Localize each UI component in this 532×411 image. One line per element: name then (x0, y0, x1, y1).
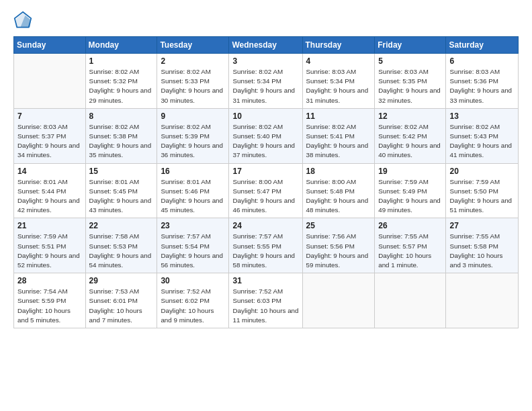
sunrise-text: Sunrise: 8:03 AM (306, 68, 357, 75)
cell-info: Sunrise: 8:02 AMSunset: 5:40 PMDaylight:… (232, 122, 298, 161)
cell-day-number: 21 (17, 221, 82, 230)
cell-day-number: 24 (232, 221, 298, 230)
daylight-text: Daylight: 9 hours and 36 minutes. (161, 142, 223, 158)
daylight-text: Daylight: 9 hours and 37 minutes. (232, 142, 295, 158)
cell-day-number: 5 (378, 56, 442, 66)
sunrise-text: Sunrise: 8:02 AM (232, 68, 283, 75)
daylight-text: Daylight: 10 hours and 3 minutes. (449, 252, 502, 269)
calendar-cell: 28Sunrise: 7:54 AMSunset: 5:59 PMDayligh… (14, 273, 86, 328)
sunrise-text: Sunrise: 7:57 AM (232, 232, 283, 240)
cell-info: Sunrise: 8:03 AMSunset: 5:34 PMDaylight:… (306, 67, 371, 105)
cell-day-number: 4 (306, 56, 371, 66)
cell-info: Sunrise: 8:02 AMSunset: 5:42 PMDaylight:… (378, 122, 442, 161)
cell-info: Sunrise: 7:55 AMSunset: 5:58 PMDaylight:… (449, 232, 515, 270)
cell-info: Sunrise: 8:03 AMSunset: 5:35 PMDaylight:… (378, 67, 442, 105)
daylight-text: Daylight: 9 hours and 33 minutes. (449, 87, 512, 103)
day-of-week-header: Thursday (302, 37, 375, 54)
logo-icon (13, 11, 32, 30)
header (13, 11, 519, 30)
daylight-text: Daylight: 9 hours and 29 minutes. (89, 87, 152, 103)
cell-info: Sunrise: 8:02 AMSunset: 5:43 PMDaylight:… (449, 122, 515, 161)
daylight-text: Daylight: 9 hours and 43 minutes. (89, 197, 152, 214)
calendar-cell: 13Sunrise: 8:02 AMSunset: 5:43 PMDayligh… (446, 108, 519, 163)
cell-info: Sunrise: 7:55 AMSunset: 5:57 PMDaylight:… (378, 232, 442, 270)
daylight-text: Daylight: 9 hours and 40 minutes. (378, 142, 441, 158)
sunrise-text: Sunrise: 7:52 AM (161, 287, 211, 295)
sunrise-text: Sunrise: 8:03 AM (449, 68, 500, 75)
sunset-text: Sunset: 5:41 PM (306, 132, 355, 140)
sunset-text: Sunset: 5:55 PM (232, 242, 281, 250)
cell-info: Sunrise: 8:01 AMSunset: 5:44 PMDaylight:… (17, 177, 82, 216)
daylight-text: Daylight: 10 hours and 7 minutes. (89, 307, 142, 324)
calendar-cell: 11Sunrise: 8:02 AMSunset: 5:41 PMDayligh… (302, 108, 375, 163)
sunset-text: Sunset: 6:02 PM (161, 297, 209, 304)
sunset-text: Sunset: 5:44 PM (17, 187, 66, 195)
calendar-cell: 15Sunrise: 8:01 AMSunset: 5:45 PMDayligh… (85, 163, 157, 218)
day-of-week-header: Saturday (446, 37, 519, 54)
calendar-cell: 7Sunrise: 8:03 AMSunset: 5:37 PMDaylight… (14, 108, 86, 163)
daylight-text: Daylight: 9 hours and 35 minutes. (89, 142, 152, 158)
sunrise-text: Sunrise: 8:03 AM (378, 68, 429, 75)
sunrise-text: Sunrise: 8:00 AM (306, 178, 357, 185)
cell-day-number: 10 (232, 111, 298, 121)
day-of-week-header: Wednesday (229, 37, 302, 54)
cell-day-number: 25 (306, 221, 371, 230)
sunrise-text: Sunrise: 8:02 AM (161, 123, 211, 130)
sunrise-text: Sunrise: 7:59 AM (17, 232, 68, 240)
daylight-text: Daylight: 9 hours and 56 minutes. (161, 252, 223, 269)
daylight-text: Daylight: 9 hours and 31 minutes. (306, 87, 369, 103)
calendar-week-row: 7Sunrise: 8:03 AMSunset: 5:37 PMDaylight… (14, 108, 519, 163)
daylight-text: Daylight: 10 hours and 5 minutes. (17, 307, 71, 324)
cell-day-number: 17 (232, 167, 298, 176)
sunset-text: Sunset: 5:34 PM (232, 77, 281, 85)
day-of-week-header: Tuesday (157, 37, 229, 54)
calendar-cell: 21Sunrise: 7:59 AMSunset: 5:51 PMDayligh… (14, 218, 86, 273)
sunrise-text: Sunrise: 8:01 AM (161, 178, 211, 185)
sunset-text: Sunset: 5:48 PM (306, 187, 355, 195)
sunset-text: Sunset: 5:59 PM (17, 297, 66, 304)
sunset-text: Sunset: 5:39 PM (161, 132, 209, 140)
cell-info: Sunrise: 7:52 AMSunset: 6:02 PMDaylight:… (161, 287, 225, 325)
calendar-cell: 17Sunrise: 8:00 AMSunset: 5:47 PMDayligh… (229, 163, 302, 218)
sunset-text: Sunset: 5:33 PM (161, 77, 209, 85)
cell-day-number: 11 (306, 111, 371, 121)
calendar-week-row: 28Sunrise: 7:54 AMSunset: 5:59 PMDayligh… (14, 273, 519, 328)
daylight-text: Daylight: 10 hours and 9 minutes. (161, 307, 214, 324)
daylight-text: Daylight: 9 hours and 42 minutes. (17, 197, 80, 214)
daylight-text: Daylight: 9 hours and 58 minutes. (232, 252, 295, 269)
sunrise-text: Sunrise: 8:02 AM (378, 123, 429, 130)
daylight-text: Daylight: 9 hours and 31 minutes. (232, 87, 295, 103)
sunrise-text: Sunrise: 8:02 AM (232, 123, 283, 130)
cell-day-number: 31 (232, 276, 298, 285)
sunrise-text: Sunrise: 7:55 AM (449, 232, 500, 240)
day-of-week-header: Sunday (14, 37, 86, 54)
cell-day-number: 30 (161, 276, 225, 285)
cell-info: Sunrise: 8:02 AMSunset: 5:41 PMDaylight:… (306, 122, 371, 161)
cell-day-number: 12 (378, 111, 442, 121)
calendar-cell: 5Sunrise: 8:03 AMSunset: 5:35 PMDaylight… (375, 54, 446, 109)
cell-day-number: 2 (161, 56, 225, 66)
calendar-cell: 9Sunrise: 8:02 AMSunset: 5:39 PMDaylight… (157, 108, 229, 163)
daylight-text: Daylight: 9 hours and 45 minutes. (161, 197, 223, 214)
calendar-cell: 3Sunrise: 8:02 AMSunset: 5:34 PMDaylight… (229, 54, 302, 109)
calendar-cell: 14Sunrise: 8:01 AMSunset: 5:44 PMDayligh… (14, 163, 86, 218)
sunset-text: Sunset: 5:53 PM (89, 242, 138, 250)
sunset-text: Sunset: 5:45 PM (89, 187, 138, 195)
sunrise-text: Sunrise: 7:59 AM (449, 178, 500, 185)
sunrise-text: Sunrise: 8:00 AM (232, 178, 283, 185)
cell-day-number: 7 (17, 111, 82, 121)
day-of-week-header: Monday (85, 37, 157, 54)
calendar-week-row: 14Sunrise: 8:01 AMSunset: 5:44 PMDayligh… (14, 163, 519, 218)
daylight-text: Daylight: 9 hours and 49 minutes. (378, 197, 441, 214)
calendar-week-row: 1Sunrise: 8:02 AMSunset: 5:32 PMDaylight… (14, 54, 519, 109)
sunset-text: Sunset: 5:37 PM (17, 132, 66, 140)
cell-day-number: 20 (449, 167, 515, 176)
calendar-cell: 6Sunrise: 8:03 AMSunset: 5:36 PMDaylight… (446, 54, 519, 109)
daylight-text: Daylight: 9 hours and 41 minutes. (449, 142, 512, 158)
sunrise-text: Sunrise: 8:01 AM (17, 178, 68, 185)
sunset-text: Sunset: 5:34 PM (306, 77, 355, 85)
cell-info: Sunrise: 7:59 AMSunset: 5:50 PMDaylight:… (449, 177, 515, 216)
sunset-text: Sunset: 5:36 PM (449, 77, 498, 85)
cell-info: Sunrise: 8:00 AMSunset: 5:48 PMDaylight:… (306, 177, 371, 216)
calendar-cell: 25Sunrise: 7:56 AMSunset: 5:56 PMDayligh… (302, 218, 375, 273)
